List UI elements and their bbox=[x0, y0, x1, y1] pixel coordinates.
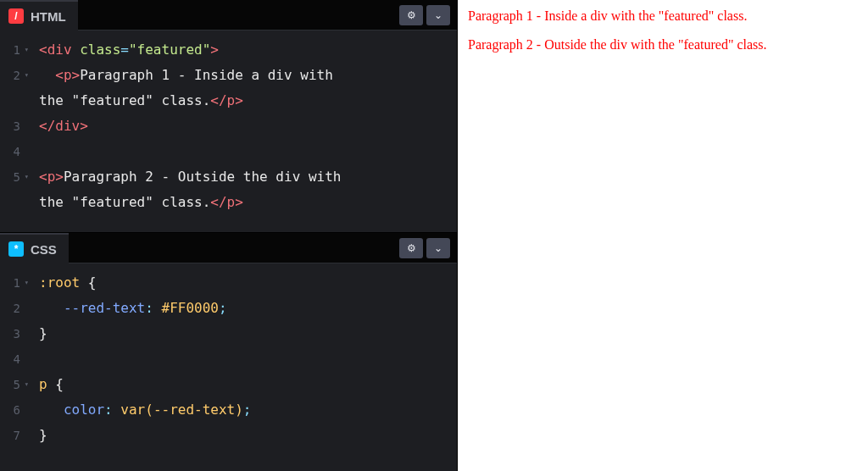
css-label: CSS bbox=[31, 242, 57, 257]
line-number: 1 bbox=[0, 270, 20, 296]
collapse-button[interactable]: ⌄ bbox=[426, 5, 450, 25]
css-tab[interactable]: * CSS bbox=[0, 233, 69, 263]
settings-button[interactable]: ⚙ bbox=[399, 5, 423, 25]
html-tab[interactable]: / HTML bbox=[0, 0, 78, 30]
line-number: 3 bbox=[0, 114, 20, 139]
line-number: 5 bbox=[0, 372, 20, 397]
code-line: } bbox=[39, 423, 457, 448]
gear-icon: ⚙ bbox=[407, 9, 416, 21]
line-number bbox=[0, 190, 20, 215]
html-icon: / bbox=[8, 8, 24, 24]
code-line: } bbox=[39, 321, 457, 346]
css-header-controls: ⚙ ⌄ bbox=[399, 233, 457, 263]
line-number: 4 bbox=[0, 346, 20, 372]
css-code-lines: :root { --red-text: #FF0000; } p { color… bbox=[27, 270, 457, 448]
preview-paragraph-1: Paragraph 1 - Inside a div with the "fea… bbox=[468, 8, 858, 24]
code-line: the "featured" class.</p> bbox=[39, 190, 457, 215]
html-code-lines: <div class="featured"> <p>Paragraph 1 - … bbox=[27, 37, 457, 215]
chevron-down-icon: ⌄ bbox=[434, 242, 442, 254]
line-number: 1 bbox=[0, 37, 20, 63]
code-line: </div> bbox=[39, 114, 457, 139]
code-line bbox=[39, 139, 457, 164]
code-line bbox=[39, 346, 457, 372]
css-gutter: 1 2 3 4 5 6 7 bbox=[0, 270, 27, 448]
code-line: <p>Paragraph 1 - Inside a div with bbox=[39, 63, 457, 88]
line-number: 2 bbox=[0, 63, 20, 88]
preview-panel: Paragraph 1 - Inside a div with the "fea… bbox=[458, 0, 868, 471]
chevron-down-icon: ⌄ bbox=[434, 9, 442, 21]
line-number: 7 bbox=[0, 423, 20, 448]
css-editor-header: * CSS ⚙ ⌄ bbox=[0, 233, 457, 263]
line-number: 3 bbox=[0, 321, 20, 346]
html-editor-section: / HTML ⚙ ⌄ 1 2 3 4 5 <div class="feature… bbox=[0, 0, 457, 215]
settings-button[interactable]: ⚙ bbox=[399, 238, 423, 258]
editor-panel: / HTML ⚙ ⌄ 1 2 3 4 5 <div class="feature… bbox=[0, 0, 458, 471]
line-number bbox=[0, 88, 20, 114]
html-code-area[interactable]: 1 2 3 4 5 <div class="featured"> <p>Para… bbox=[0, 30, 457, 215]
code-line: p { bbox=[39, 372, 457, 397]
html-editor-header: / HTML ⚙ ⌄ bbox=[0, 0, 457, 30]
collapse-button[interactable]: ⌄ bbox=[426, 238, 450, 258]
code-line: <p>Paragraph 2 - Outside the div with bbox=[39, 164, 457, 190]
preview-paragraph-2: Paragraph 2 - Outside the div with the "… bbox=[468, 37, 858, 53]
html-gutter: 1 2 3 4 5 bbox=[0, 37, 27, 215]
code-line: --red-text: #FF0000; bbox=[39, 296, 457, 321]
code-line: :root { bbox=[39, 270, 457, 296]
html-label: HTML bbox=[31, 9, 66, 24]
line-number: 2 bbox=[0, 296, 20, 321]
css-code-area[interactable]: 1 2 3 4 5 6 7 :root { --red-text: #FF000… bbox=[0, 263, 457, 448]
header-spacer bbox=[78, 0, 399, 30]
line-number: 6 bbox=[0, 397, 20, 423]
line-number: 4 bbox=[0, 139, 20, 164]
line-number: 5 bbox=[0, 164, 20, 190]
html-header-controls: ⚙ ⌄ bbox=[399, 0, 457, 30]
code-line: color: var(--red-text); bbox=[39, 397, 457, 423]
header-spacer bbox=[69, 233, 399, 263]
css-editor-section: * CSS ⚙ ⌄ 1 2 3 4 5 6 7 :root { --red-te… bbox=[0, 232, 457, 471]
code-line: <div class="featured"> bbox=[39, 37, 457, 63]
code-line: the "featured" class.</p> bbox=[39, 88, 457, 114]
gear-icon: ⚙ bbox=[407, 242, 416, 254]
css-icon: * bbox=[8, 241, 24, 257]
